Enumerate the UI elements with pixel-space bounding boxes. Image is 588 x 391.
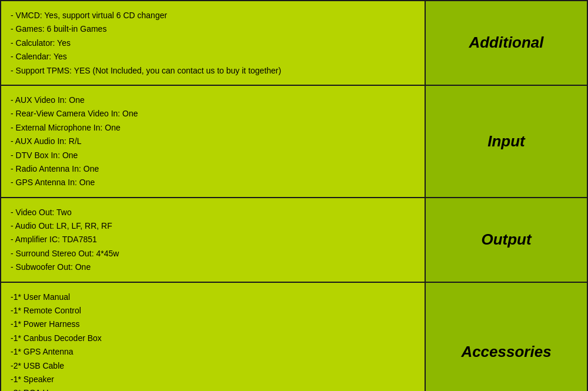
- output-header: Output: [426, 198, 587, 282]
- additional-line-3: - Calendar: Yes: [11, 50, 415, 63]
- input-line-0: - AUX Video In: One: [11, 93, 415, 106]
- input-line-2: - External Microphone In: One: [11, 121, 415, 134]
- additional-line-4: - Support TPMS: YES (Not Included, you c…: [11, 64, 415, 77]
- accessories-line-0: -1* User Manual: [11, 290, 415, 303]
- output-line-4: - Subwoofer Out: One: [11, 260, 415, 273]
- accessories-line-3: -1* Canbus Decoder Box: [11, 332, 415, 345]
- additional-content: - VMCD: Yes, support virtual 6 CD change…: [1, 1, 425, 85]
- row-input: - AUX Video In: One- Rear-View Camera Vi…: [1, 86, 587, 197]
- accessories-line-4: -1* GPS Antenna: [11, 345, 415, 358]
- row-additional: - VMCD: Yes, support virtual 6 CD change…: [1, 1, 587, 85]
- additional-line-0: - VMCD: Yes, support virtual 6 CD change…: [11, 9, 415, 22]
- input-line-6: - GPS Antenna In: One: [11, 176, 415, 189]
- accessories-line-5: -2* USB Cable: [11, 359, 415, 372]
- main-grid: - VMCD: Yes, support virtual 6 CD change…: [0, 0, 588, 391]
- output-line-2: - Amplifier IC: TDA7851: [11, 233, 415, 246]
- input-header: Input: [426, 86, 587, 197]
- input-line-4: - DTV Box In: One: [11, 149, 415, 162]
- row-output: - Video Out: Two- Audio Out: LR, LF, RR,…: [1, 198, 587, 282]
- row-accessories: -1* User Manual-1* Remote Control-1* Pow…: [1, 283, 587, 391]
- accessories-header: Accessories: [426, 283, 587, 391]
- additional-line-1: - Games: 6 built-in Games: [11, 22, 415, 35]
- output-line-3: - Surround Stereo Out: 4*45w: [11, 247, 415, 260]
- output-content: - Video Out: Two- Audio Out: LR, LF, RR,…: [1, 198, 425, 282]
- input-line-1: - Rear-View Camera Video In: One: [11, 107, 415, 120]
- accessories-line-1: -1* Remote Control: [11, 304, 415, 317]
- input-line-3: - AUX Audio In: R/L: [11, 135, 415, 148]
- input-content: - AUX Video In: One- Rear-View Camera Vi…: [1, 86, 425, 197]
- output-line-1: - Audio Out: LR, LF, RR, RF: [11, 219, 415, 232]
- additional-header: Additional: [426, 1, 587, 85]
- accessories-line-2: -1* Power Harness: [11, 318, 415, 330]
- accessories-line-6: -1* Speaker: [11, 373, 415, 386]
- accessories-content: -1* User Manual-1* Remote Control-1* Pow…: [1, 283, 425, 391]
- accessories-line-7: -3* RCA Harness: [11, 386, 415, 391]
- additional-line-2: - Calculator: Yes: [11, 36, 415, 49]
- input-line-5: - Radio Antenna In: One: [11, 162, 415, 175]
- output-line-0: - Video Out: Two: [11, 206, 415, 219]
